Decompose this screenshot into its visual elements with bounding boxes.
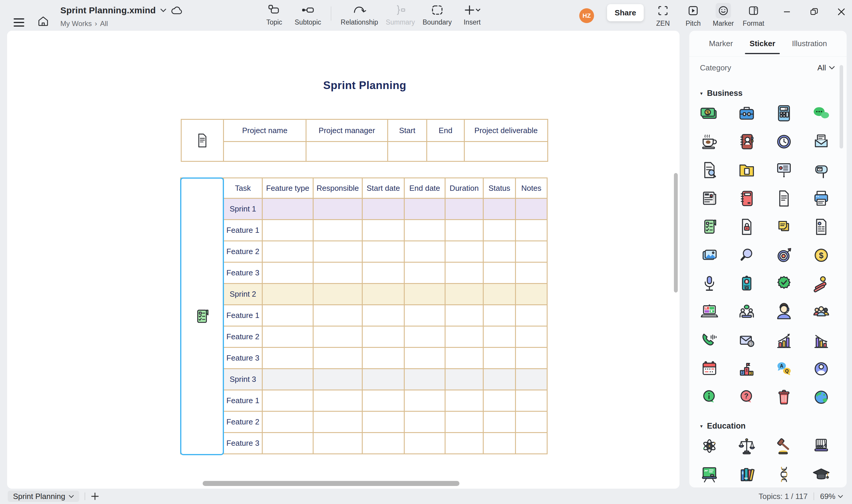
task-row-cell[interactable] [263, 369, 313, 390]
task-row-cell[interactable] [516, 241, 547, 262]
sticker-user-avatar-icon[interactable] [803, 355, 840, 383]
section-header-business[interactable]: ▼Business [699, 89, 847, 98]
sticker-microphone-icon[interactable] [691, 269, 728, 298]
sticker-briefcase-icon[interactable] [728, 99, 765, 127]
task-row-cell[interactable] [363, 305, 404, 326]
add-sheet-button[interactable] [91, 492, 99, 501]
task-row-cell[interactable] [263, 284, 313, 304]
task-row-cell[interactable] [313, 391, 362, 411]
sheet-tab[interactable]: Sprint Planning [8, 491, 79, 502]
central-topic-title[interactable]: Sprint Planning [181, 79, 549, 92]
format-button[interactable]: Format [741, 3, 766, 28]
pitch-button[interactable]: Pitch [681, 3, 706, 28]
sticker-clock-icon[interactable] [765, 127, 803, 156]
sticker-email-at-icon[interactable]: @ [728, 326, 765, 355]
task-table-header[interactable]: Duration [446, 178, 483, 198]
sticker-chalkboard-icon[interactable] [691, 460, 728, 487]
sticker-trash-icon[interactable] [765, 383, 803, 411]
task-row-cell[interactable] [516, 348, 547, 368]
task-row-cell[interactable] [263, 433, 313, 453]
task-row-cell[interactable] [484, 391, 515, 411]
sticker-gavel-icon[interactable] [765, 432, 803, 460]
task-row-cell[interactable] [405, 433, 445, 453]
task-row-cell[interactable] [484, 412, 515, 432]
task-row-cell[interactable] [313, 199, 362, 219]
project-table-empty-cell[interactable] [465, 142, 547, 161]
sticker-newspaper-icon[interactable] [691, 184, 728, 213]
task-row-cell[interactable] [484, 220, 515, 240]
sticker-presentation-icon[interactable] [765, 156, 803, 184]
task-row-cell[interactable] [263, 348, 313, 368]
selected-topic-cell[interactable] [180, 178, 224, 455]
task-row-label[interactable]: Feature 2 [224, 412, 262, 432]
project-table-sticker-cell[interactable] [182, 120, 223, 161]
task-row-cell[interactable] [263, 263, 313, 283]
insert-button[interactable]: Insert [459, 3, 485, 26]
sticker-locked-document-icon[interactable] [728, 213, 765, 241]
task-row-cell[interactable] [516, 326, 547, 347]
project-table-header[interactable]: Project name [224, 120, 306, 141]
task-row-cell[interactable] [516, 199, 547, 219]
task-row-cell[interactable] [263, 391, 313, 411]
sticker-scales-icon[interactable] [728, 432, 765, 460]
summary-button[interactable]: Summary [386, 3, 415, 26]
task-row-cell[interactable] [313, 412, 362, 432]
breadcrumb-parent[interactable]: My Works [60, 19, 92, 28]
sticker-printer-icon[interactable] [803, 184, 840, 213]
boundary-button[interactable]: Boundary [423, 3, 452, 26]
task-row-cell[interactable] [313, 433, 362, 453]
task-row-cell[interactable] [363, 199, 404, 219]
cloud-sync-icon[interactable] [171, 6, 183, 15]
zoom-control[interactable]: 69% [820, 492, 843, 501]
section-header-education[interactable]: ▼Education [699, 421, 847, 431]
task-row-label[interactable]: Feature 3 [224, 263, 262, 283]
task-row-cell[interactable] [405, 305, 445, 326]
task-row-cell[interactable] [484, 263, 515, 283]
task-row-cell[interactable] [313, 369, 362, 390]
task-row-cell[interactable] [446, 220, 483, 240]
task-row-cell[interactable] [405, 412, 445, 432]
close-button[interactable] [835, 6, 847, 18]
sticker-team-icon[interactable] [803, 298, 840, 326]
task-row-label[interactable]: Feature 2 [224, 326, 262, 347]
sticker-info-icon[interactable] [691, 383, 728, 411]
task-row-cell[interactable] [446, 412, 483, 432]
sticker-mailbox-icon[interactable] [803, 156, 840, 184]
sticker-document-search-icon[interactable] [691, 156, 728, 184]
task-row-cell[interactable] [516, 284, 547, 304]
sticker-atom-icon[interactable] [691, 432, 728, 460]
task-row-label[interactable]: Feature 3 [224, 348, 262, 368]
task-row-label[interactable]: Sprint 2 [224, 284, 262, 304]
sticker-meeting-icon[interactable] [728, 298, 765, 326]
file-menu-chevron-icon[interactable] [160, 8, 166, 13]
project-table-header[interactable]: Project manager [307, 120, 387, 141]
task-row-cell[interactable] [446, 348, 483, 368]
sticker-globe-icon[interactable] [803, 383, 840, 411]
task-table-header[interactable]: Status [484, 178, 515, 198]
task-row-cell[interactable] [516, 433, 547, 453]
task-row-cell[interactable] [405, 284, 445, 304]
marker-button[interactable]: Marker [711, 3, 736, 28]
canvas-horizontal-scrollbar[interactable] [203, 481, 459, 486]
sticker-support-agent-icon[interactable] [765, 298, 803, 326]
task-row-label[interactable]: Sprint 1 [224, 199, 262, 219]
task-row-cell[interactable] [516, 305, 547, 326]
sticker-magnifier-icon[interactable] [728, 241, 765, 269]
task-row-cell[interactable] [263, 220, 313, 240]
subtopic-button[interactable]: Subtopic [295, 3, 321, 26]
relationship-button[interactable]: Relationship [341, 3, 378, 26]
task-row-label[interactable]: Sprint 3 [224, 369, 262, 390]
sticker-question-icon[interactable]: ? [728, 383, 765, 411]
task-row-cell[interactable] [446, 241, 483, 262]
task-table-header[interactable]: Feature type [263, 178, 313, 198]
task-row-cell[interactable] [446, 199, 483, 219]
task-row-label[interactable]: Feature 2 [224, 241, 262, 262]
zen-button[interactable]: ZEN [650, 3, 676, 28]
task-table-header[interactable]: Task [224, 178, 262, 198]
task-row-cell[interactable] [363, 369, 404, 390]
sticker-chat-icon[interactable] [803, 99, 840, 127]
task-row-cell[interactable] [405, 220, 445, 240]
mindmap-canvas[interactable]: Sprint Planning Project nameProject mana… [7, 31, 679, 489]
task-row-cell[interactable] [263, 199, 313, 219]
minimize-button[interactable] [781, 6, 793, 18]
